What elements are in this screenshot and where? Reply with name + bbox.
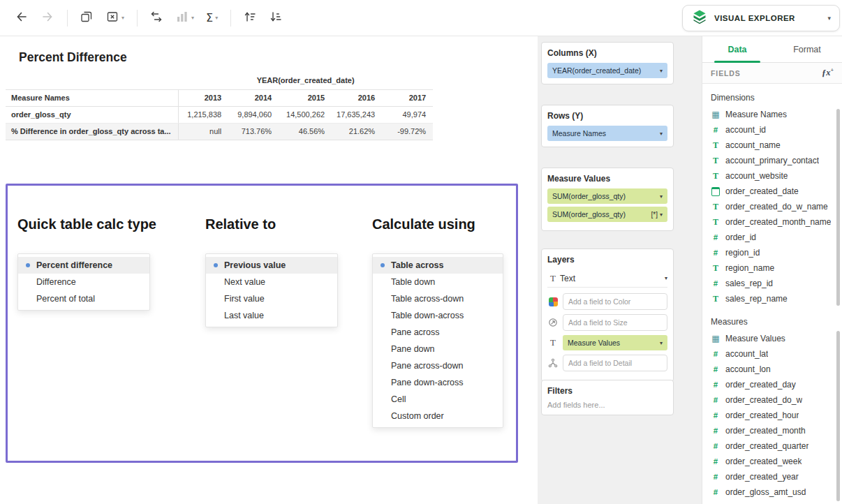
menu-item[interactable]: Table down-across (373, 307, 503, 324)
sort-ascending-icon (243, 10, 257, 26)
measure-field-pill[interactable]: SUM(order_gloss_qty) [*] ▾ (547, 207, 667, 222)
field-item[interactable]: sales_rep_name (702, 291, 842, 306)
swap-axes-button[interactable] (146, 6, 167, 30)
color-slot (547, 293, 667, 310)
visual-explorer-button[interactable]: VISUAL EXPLORER ▾ (682, 5, 840, 31)
aggregation-button[interactable]: Σ ▾ (202, 6, 221, 30)
chevron-down-icon: ▾ (191, 15, 194, 21)
menu-item[interactable]: Table across (373, 257, 503, 274)
measure-field-pill[interactable]: SUM(order_gloss_qty) ▾ (547, 188, 667, 204)
menu-item[interactable]: Difference (18, 274, 149, 290)
color-field-input[interactable] (563, 293, 667, 310)
chart-type-button[interactable]: ▾ (172, 6, 198, 30)
year-header[interactable]: 2014 (228, 89, 279, 106)
arrow-right-icon (40, 10, 54, 26)
year-header[interactable]: 2015 (279, 89, 332, 106)
rows-field-pill[interactable]: Measure Names ▾ (547, 126, 667, 141)
forward-button[interactable] (37, 6, 58, 30)
field-item[interactable]: account_id (702, 122, 842, 138)
field-item[interactable]: account_lat (702, 346, 842, 362)
dimensions-scrollbar-thumb[interactable] (836, 109, 840, 306)
field-item[interactable]: order_created_do_w_name (702, 199, 842, 214)
detail-field-input[interactable] (563, 355, 667, 371)
field-item[interactable]: sales_rep_id (702, 276, 842, 291)
table-cell[interactable]: -99.72% (382, 123, 433, 140)
field-item[interactable]: Measure Values (702, 331, 842, 346)
measures-scrollbar-thumb[interactable] (836, 331, 840, 501)
field-name: order_created_quarter (725, 441, 808, 451)
field-item[interactable]: account_primary_contact (702, 153, 842, 168)
columns-field-pill[interactable]: YEAR(order_created_date) ▾ (547, 63, 667, 78)
menu-item[interactable]: Pane down-across (373, 374, 503, 391)
menu-item-label: Custom order (391, 411, 444, 421)
field-item[interactable]: region_name (702, 260, 842, 276)
table-cell[interactable]: 49,974 (382, 106, 433, 123)
menu-item[interactable]: Pane across-down (373, 357, 503, 374)
year-header[interactable]: 2017 (382, 89, 433, 106)
layer-type-selector[interactable]: T Text ▾ (547, 269, 667, 288)
back-button[interactable] (11, 6, 32, 30)
field-item[interactable]: account_lon (702, 362, 842, 377)
duplicate-sheet-button[interactable] (76, 6, 97, 30)
row-label[interactable]: % Difference in order_gloss_qty across t… (6, 123, 178, 140)
table-icon (711, 110, 721, 119)
field-item[interactable]: order_id (702, 230, 842, 245)
menu-item[interactable]: Table across-down (373, 290, 503, 307)
field-item[interactable]: order_created_week (702, 454, 842, 469)
field-item[interactable]: order_created_date (702, 184, 842, 199)
sort-descending-button[interactable] (265, 6, 286, 30)
year-header[interactable]: 2016 (332, 89, 382, 106)
table-cell[interactable]: 1,215,838 (178, 106, 228, 123)
field-item[interactable]: order_created_do_w (702, 392, 842, 408)
tab-data[interactable]: Data (702, 36, 772, 62)
field-item[interactable]: order_gloss_amt_usd (702, 484, 842, 500)
text-icon (711, 263, 721, 274)
menu-item[interactable]: Next value (206, 274, 337, 290)
field-item[interactable]: account_name (702, 138, 842, 153)
menu-item[interactable]: Percent of total (18, 290, 149, 307)
field-item[interactable]: order_created_hour (702, 408, 842, 423)
field-item[interactable]: order_created_quarter (702, 438, 842, 454)
menu-item[interactable]: Last value (206, 307, 337, 324)
year-header[interactable]: 2013 (178, 89, 228, 106)
filters-placeholder: Add fields here... (547, 401, 667, 409)
field-item[interactable]: order_created_month_name (702, 214, 842, 230)
field-item[interactable]: order_created_year (702, 469, 842, 484)
table-cell[interactable]: 17,635,243 (332, 106, 382, 123)
text-icon: T (547, 337, 559, 348)
number-icon (711, 457, 721, 466)
sort-ascending-button[interactable] (239, 6, 260, 30)
size-field-input[interactable] (563, 314, 667, 331)
menu-item[interactable]: Pane across (373, 324, 503, 341)
menu-item[interactable]: Pane down (373, 341, 503, 357)
menu-item-label: Table across (391, 260, 444, 270)
field-item[interactable]: account_website (702, 168, 842, 184)
field-item[interactable]: Measure Names (702, 107, 842, 122)
menu-item[interactable]: Previous value (206, 257, 337, 274)
table-cell[interactable]: 46.56% (279, 123, 332, 140)
date-icon (711, 187, 721, 196)
text-field-pill[interactable]: Measure Values ▾ (563, 335, 667, 350)
menu-item[interactable]: Table down (373, 274, 503, 290)
menu-item[interactable]: Percent difference (18, 257, 149, 274)
menu-item[interactable]: Custom order (373, 408, 503, 424)
clear-sheet-button[interactable]: ▾ (102, 6, 128, 30)
size-icon (547, 318, 559, 327)
add-calculated-field-button[interactable]: ƒx+ (822, 67, 834, 78)
table-cell[interactable]: 14,500,262 (279, 106, 332, 123)
app-window: ▾ ▾ Σ ▾ VISUAL EXPLORER ▾ Percent Differ… (0, 0, 842, 504)
menu-item[interactable]: Cell (373, 391, 503, 408)
tab-format[interactable]: Format (772, 36, 842, 62)
row-label[interactable]: order_gloss_qty (6, 106, 178, 123)
table-cell[interactable]: null (178, 123, 228, 140)
calculate-using-menu: Table across Table down Table across-dow… (372, 253, 503, 428)
table-cell[interactable]: 9,894,060 (228, 106, 279, 123)
clear-sheet-icon (105, 10, 119, 26)
field-item[interactable]: order_created_day (702, 377, 842, 392)
table-cell[interactable]: 21.62% (332, 123, 382, 140)
menu-item[interactable]: First value (206, 290, 337, 307)
table-cell[interactable]: 713.76% (228, 123, 279, 140)
field-item[interactable]: order_created_month (702, 423, 842, 438)
field-item[interactable]: region_id (702, 245, 842, 260)
menu-item-label: Percent difference (36, 260, 112, 270)
